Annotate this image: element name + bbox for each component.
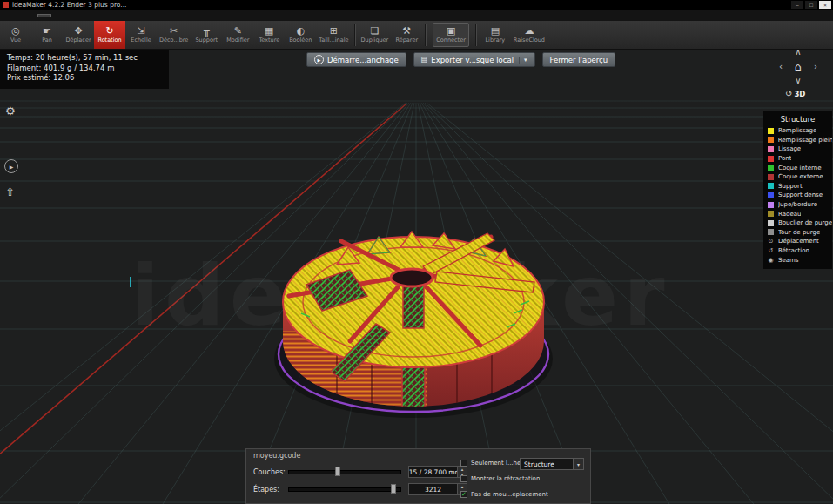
toolbar-button-pan[interactable]: ☛ Pan [31, 21, 63, 49]
legend-item-support[interactable]: Support [763, 182, 832, 192]
structure-legend: Structure Remplissage Remplissage plein [763, 111, 832, 269]
save-icon: ▤ [421, 56, 428, 64]
layers-value-box[interactable]: 115 / 28.700 mm ▴ ▾ [408, 466, 467, 478]
menu-item-vue[interactable] [38, 15, 50, 17]
toolbar-button-connecter[interactable]: ▣ Connecter [433, 23, 469, 47]
menu-item-aide[interactable] [87, 15, 99, 17]
toolbar-separator [475, 24, 477, 46]
legend-item-deplacement[interactable]: ⊙ Déplacement [763, 237, 832, 246]
legend-color-swatch [768, 137, 774, 143]
structure-select[interactable]: Structure ▾ [520, 458, 584, 470]
steps-slider[interactable] [288, 484, 401, 494]
steps-label: Étapes: [253, 486, 279, 494]
legend-list: Remplissage Remplissage plein Lissage [763, 126, 832, 265]
viewport-3d[interactable]: ideaMaker [0, 49, 833, 504]
menu-bar [0, 10, 833, 21]
title-bar: ideaMaker 4.2.2 Ender 3 plus pro... –□× [0, 0, 833, 10]
print-stats-panel: Temps: 20 heure(s), 57 min, 11 sec Filam… [0, 49, 169, 89]
layers-slider[interactable] [288, 467, 401, 476]
toolbar-button-modifier[interactable]: ✎ Modifier [222, 21, 253, 49]
max-icon: □ [809, 2, 813, 9]
legend-item-retraction[interactable]: ↺ Rétraction [763, 246, 832, 256]
only-current-layer-option[interactable]: Seulement l...he actuelle [460, 460, 521, 467]
no-travel-moves-option[interactable]: ✓ Pas de mou...eplacement [460, 491, 548, 498]
view-mode-3d[interactable]: ↺ 3D [785, 89, 805, 98]
estimated-price: Prix estimé: 12.06 [7, 73, 162, 84]
legend-item-pont[interactable]: Pont [763, 154, 832, 164]
export-local-button[interactable]: ▤ Exporter v...sque local ▾ [413, 52, 535, 67]
rotate-3d-icon: ↺ [785, 89, 792, 98]
gcode-filename: moyeu.gcode [253, 452, 300, 460]
toolbar-button-vue[interactable]: ◎ Vue [0, 21, 31, 49]
min-icon: – [796, 2, 798, 9]
sliced-model-preview[interactable] [254, 185, 585, 446]
toolbar-button-echelle[interactable]: ⇲ Échelle [125, 21, 157, 49]
menu-item-modele[interactable] [50, 15, 63, 17]
print-time: Temps: 20 heure(s), 57 min, 11 sec [7, 53, 162, 64]
toolbar-button-reparer[interactable]: ⚒ Réparer [391, 21, 422, 49]
chevron-left-icon[interactable]: ‹ [773, 58, 789, 74]
menu-item-reparer[interactable] [63, 15, 75, 17]
toolbar-button-rotation[interactable]: ↻ Rotation [94, 21, 125, 49]
window-control[interactable]: □ [805, 1, 817, 9]
show-retraction-checkbox[interactable] [460, 475, 467, 482]
steps-value-box[interactable]: 3212 ▴ ▾ [408, 483, 467, 495]
settings-gear-icon[interactable]: ⚙ [5, 104, 16, 118]
scale-icon: ⇲ [137, 26, 144, 37]
legend-item-coque-externe[interactable]: Coque externe [763, 172, 832, 182]
toolbar-button-taill-inale[interactable]: ⊞ Taill...inale [316, 21, 351, 49]
chevron-right-icon[interactable]: › [808, 58, 823, 74]
legend-item-remplissage-plein[interactable]: Remplissage plein [763, 136, 832, 145]
toolbar-separator [425, 24, 427, 46]
layers-label: Couches: [253, 468, 286, 476]
toolbar-button-booleen[interactable]: ◐ Booléen [285, 21, 316, 49]
legend-item-jupe-bordure[interactable]: Jupe/bordure [763, 200, 832, 210]
toolbar-button-raisecloud[interactable]: ☁ RaiseCloud [511, 21, 547, 49]
legend-item-remplissage[interactable]: Remplissage [763, 126, 832, 136]
preview-action-bar: ▶ Démarre...anchage ▤ Exporter v...sque … [306, 52, 615, 67]
close-preview-button[interactable]: Fermer l'aperçu [542, 52, 616, 67]
layers-slider-thumb[interactable] [335, 467, 340, 476]
legend-color-swatch [768, 174, 774, 180]
toolbar-button-library[interactable]: ▤ Library [480, 21, 511, 49]
no-travel-moves-checkbox[interactable]: ✓ [460, 491, 467, 498]
legend-item-radeau[interactable]: Radeau [763, 209, 832, 218]
legend-item-tour-de-purge[interactable]: Tour de purge [763, 228, 832, 238]
boolean-icon: ◐ [296, 26, 305, 37]
edit-icon: ✎ [234, 26, 242, 37]
legend-item-bouclier-de-purge[interactable]: Bouclier de purge [763, 218, 832, 228]
view-mode-label: 3D [794, 90, 805, 98]
start-upload-button[interactable]: ▶ Démarre...anchage [306, 52, 406, 67]
legend-item-lissage[interactable]: Lissage [763, 144, 832, 154]
show-retraction-option[interactable]: Montrer la rétractation [460, 475, 540, 482]
menu-item-fichier[interactable] [2, 15, 14, 17]
window-controls: –□× [791, 1, 831, 9]
cut-icon: ✂ [170, 26, 178, 37]
hand-icon: ☛ [43, 26, 51, 37]
toolbar-button-dupliquer[interactable]: ❏ Dupliquer [359, 21, 392, 49]
preview-play-icon[interactable]: ▶ [4, 159, 18, 173]
chevron-down-icon[interactable]: ▾ [519, 57, 527, 64]
legend-item-coque-interne[interactable]: Coque interne [763, 163, 832, 172]
chevron-down-icon[interactable]: ∨ [789, 74, 808, 87]
menu-item-modifier[interactable] [14, 15, 26, 17]
legend-color-swatch [768, 220, 774, 226]
legend-color-swatch [768, 202, 774, 208]
main-toolbar: ◎ Vue ☛ Pan ✥ Déplacer ↻ Rotation ⇲ Éche… [0, 21, 833, 50]
menu-item-imprimante[interactable] [75, 15, 87, 17]
upload-icon[interactable]: ⇧ [5, 185, 15, 198]
steps-slider-thumb[interactable] [391, 484, 396, 494]
window-title: ideaMaker 4.2.2 Ender 3 plus pro... [12, 1, 126, 9]
home-icon[interactable]: ⌂ [789, 58, 808, 74]
toolbar-button-support[interactable]: ╥ Support [191, 21, 222, 49]
toolbar-button-texture[interactable]: ▦ Texture [253, 21, 285, 49]
legend-item-support-dense[interactable]: Support dense [763, 191, 832, 200]
window-control[interactable]: × [819, 1, 831, 9]
window-control[interactable]: – [791, 1, 803, 9]
repair-icon: ⚒ [402, 26, 411, 37]
toolbar-button-deco-bre[interactable]: ✂ Déco...bre [157, 21, 191, 49]
menu-item-slice[interactable] [26, 15, 38, 17]
toolbar-button-deplacer[interactable]: ✥ Déplacer [63, 21, 94, 49]
only-current-layer-checkbox[interactable] [460, 460, 467, 467]
legend-item-seams[interactable]: ◉ Seams [763, 255, 832, 265]
